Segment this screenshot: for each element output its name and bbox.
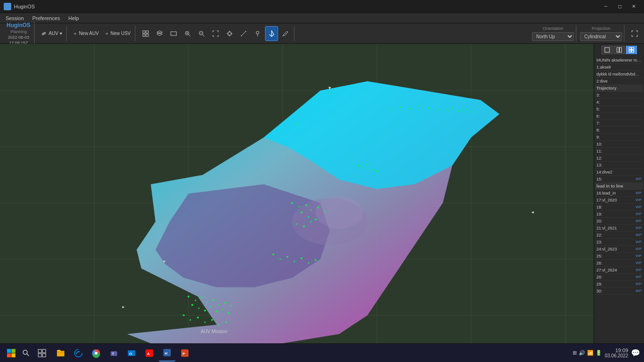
panel-item[interactable]: 3:: [595, 92, 643, 99]
panel-item[interactable]: 25:WP: [595, 253, 643, 260]
svg-point-67: [310, 221, 312, 223]
panel-item[interactable]: MUNIN akselererer med kur: [595, 57, 643, 64]
auv-track-points: [164, 92, 533, 343]
svg-point-68: [273, 253, 274, 255]
taskbar-app-outlook[interactable]: O: [123, 345, 140, 362]
panel-item[interactable]: Trajectory: [595, 85, 643, 92]
svg-point-56: [291, 202, 293, 204]
zoom-in-button[interactable]: [181, 26, 194, 41]
svg-point-72: [301, 257, 302, 259]
powerpoint-icon: P: [180, 348, 189, 358]
panel-item[interactable]: 21:vl_2621WP: [595, 225, 643, 232]
taskview-button[interactable]: [34, 345, 50, 362]
panel-item[interactable]: 30:WP: [595, 288, 643, 295]
wifi-icon[interactable]: 📶: [587, 350, 594, 356]
orientation-select[interactable]: North Up: [532, 32, 574, 41]
orientation-label: Orientation: [543, 26, 563, 31]
pencil-button[interactable]: [279, 26, 292, 41]
taskbar-app-chrome[interactable]: [88, 345, 105, 362]
projection-select[interactable]: Cylindrical: [580, 32, 622, 41]
tray-icon-1[interactable]: ⊞: [573, 350, 577, 356]
panel-item[interactable]: 10:: [595, 141, 643, 148]
panel-item[interactable]: 27:vl_2624WP: [595, 267, 643, 274]
minimize-button[interactable]: ─: [599, 2, 612, 11]
panel-item[interactable]: 11:: [595, 148, 643, 155]
panel-item[interactable]: 26:WP: [595, 260, 643, 267]
panel-item[interactable]: 19:WP: [595, 211, 643, 218]
panel-item[interactable]: 1:akselr: [595, 64, 643, 71]
panel-item[interactable]: 17:vl_2620WP: [595, 197, 643, 204]
panel-content[interactable]: MUNIN akselererer med kur1:akselrdykkk t…: [594, 56, 644, 343]
expand-button[interactable]: [628, 26, 641, 41]
panel-item[interactable]: 14:dive2: [595, 169, 643, 176]
panel-item[interactable]: 2:dive: [595, 78, 643, 85]
svg-line-9: [189, 35, 190, 36]
svg-rect-120: [38, 349, 42, 353]
panel-item[interactable]: 12:: [595, 155, 643, 162]
map-view[interactable]: 64°39.275'N 005°32.002'E 64°45'N 64°40'N…: [0, 44, 594, 343]
tray-icon-2[interactable]: 🔊: [579, 350, 585, 356]
new-auv-button[interactable]: ＋ New AUV: [70, 26, 101, 41]
grid-button[interactable]: [139, 26, 152, 41]
panel-item-text: 23:: [596, 240, 602, 244]
taskbar-app-powerpoint[interactable]: P: [176, 345, 193, 362]
panel-tab-3[interactable]: [626, 46, 637, 54]
crosshair-button[interactable]: [223, 26, 236, 41]
taskbar-search[interactable]: [19, 346, 34, 361]
svg-point-40: [390, 108, 392, 110]
fit-button[interactable]: [209, 26, 222, 41]
measure-button[interactable]: [237, 26, 250, 41]
svg-point-97: [329, 92, 330, 94]
taskbar-app-teams[interactable]: T: [105, 345, 122, 362]
zoom-out-button[interactable]: [195, 26, 208, 41]
start-button[interactable]: [4, 346, 19, 361]
svg-point-66: [303, 225, 305, 227]
panel-item[interactable]: lead in to line: [595, 183, 643, 190]
panel-item[interactable]: 9:: [595, 134, 643, 141]
panel-item[interactable]: 22:WP: [595, 232, 643, 239]
pin-button[interactable]: [251, 26, 264, 41]
svg-point-93: [204, 321, 206, 323]
auv-button[interactable]: AUV ▾: [38, 26, 64, 41]
svg-point-60: [317, 207, 319, 209]
notification-icon[interactable]: 💬: [631, 348, 640, 357]
panel-item[interactable]: 16:lead_inWP: [595, 190, 643, 197]
wp-badge: WP: [636, 233, 642, 237]
toolbar: HuginOS Planning 2022-06-03 17:09:15Z AU…: [0, 23, 644, 44]
panel-item[interactable]: dykkk til mellomdvbde, verifs: [595, 71, 643, 78]
taskbar-app-acrobat[interactable]: A: [141, 345, 158, 362]
layers-button[interactable]: [153, 26, 166, 41]
panel-tab-1[interactable]: [602, 46, 613, 54]
panel-item[interactable]: 29:WP: [595, 281, 643, 288]
taskbar-app-explorer[interactable]: [52, 345, 69, 362]
panel-item[interactable]: 23:WP: [595, 239, 643, 246]
panel-item[interactable]: 4:: [595, 99, 643, 106]
new-usv-button[interactable]: ＋ New USV: [102, 26, 133, 41]
panel-item[interactable]: 6:: [595, 113, 643, 120]
rectangle-button[interactable]: [167, 26, 180, 41]
waypoint-button[interactable]: [265, 26, 278, 41]
panel-tab-2[interactable]: [614, 46, 625, 54]
panel-item[interactable]: 20:WP: [595, 218, 643, 225]
close-button[interactable]: ✕: [627, 2, 640, 11]
menu-help[interactable]: Help: [64, 13, 83, 23]
battery-icon[interactable]: 🔋: [595, 350, 602, 356]
restore-button[interactable]: ◻: [613, 2, 626, 11]
panel-item[interactable]: 5:: [595, 106, 643, 113]
taskbar-app-edge[interactable]: [70, 345, 87, 362]
panel-item[interactable]: 7:: [595, 120, 643, 127]
app-info: HuginOS Planning 2022-06-03 17:09:15Z: [3, 21, 35, 46]
panel-item[interactable]: 13:: [595, 162, 643, 169]
svg-rect-7: [171, 32, 176, 35]
panel-item[interactable]: 15:WP: [595, 176, 643, 183]
zoom-in-icon: [184, 30, 191, 37]
window-controls: ─ ◻ ✕: [599, 2, 640, 11]
taskbar-clock[interactable]: 19:09 03.06.2022: [605, 348, 628, 358]
panel-item[interactable]: 24:vl_2623WP: [595, 246, 643, 253]
taskbar-app-hugin[interactable]: H: [159, 345, 175, 362]
svg-point-57: [299, 206, 300, 208]
svg-point-53: [366, 164, 368, 166]
panel-item[interactable]: 28:WP: [595, 274, 643, 281]
panel-item[interactable]: 8:: [595, 127, 643, 134]
panel-item[interactable]: 18:WP: [595, 204, 643, 211]
